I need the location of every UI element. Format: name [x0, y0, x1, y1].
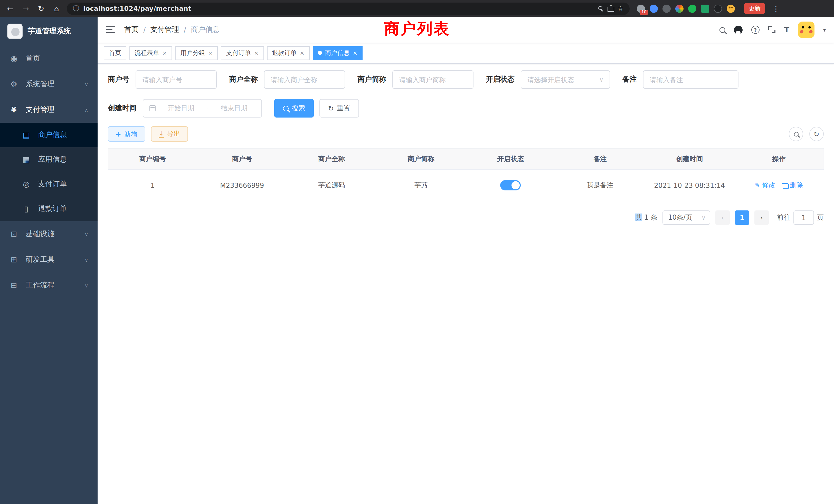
search-icon — [283, 106, 289, 111]
goto-prefix: 前往 — [777, 213, 790, 222]
export-button[interactable]: ↓ 导出 — [151, 126, 188, 142]
remark-input[interactable] — [643, 70, 739, 89]
refresh-table-button[interactable]: ↻ — [809, 127, 824, 141]
breadcrumb-payment[interactable]: 支付管理 — [150, 25, 179, 35]
refresh-icon: ↻ — [328, 105, 334, 112]
cell-merchant-no: M233666999 — [197, 170, 287, 201]
github-icon[interactable] — [733, 25, 742, 34]
password-key-icon[interactable] — [598, 6, 604, 11]
column-header: 备注 — [555, 149, 645, 169]
breadcrumb-home[interactable]: 首页 — [124, 25, 139, 35]
cell-create-time: 2021-10-23 08:31:14 — [645, 170, 734, 201]
delete-label: 删除 — [790, 181, 803, 190]
search-button[interactable]: 搜索 — [274, 99, 314, 117]
remark-field[interactable] — [650, 76, 732, 84]
next-page-button[interactable]: › — [754, 210, 769, 225]
search-button-label: 搜索 — [292, 104, 305, 113]
tab-pay-order[interactable]: 支付订单× — [221, 46, 264, 60]
browser-forward-icon[interactable]: → — [21, 4, 31, 13]
sidebar-item-devtools[interactable]: ⊞ 研发工具 ∨ — [0, 247, 97, 273]
sidebar-item-workflow[interactable]: ⊟ 工作流程 ∨ — [0, 273, 97, 298]
extension-icon[interactable]: 10 — [637, 4, 645, 13]
full-name-field[interactable] — [271, 76, 338, 84]
full-name-input[interactable] — [264, 70, 345, 89]
browser-home-icon[interactable]: ⌂ — [51, 4, 62, 13]
toggle-search-button[interactable] — [789, 127, 803, 141]
date-range-picker[interactable]: 开始日期 - 结束日期 — [143, 99, 262, 117]
edit-icon: ✎ — [755, 182, 760, 189]
goto-page-input[interactable] — [793, 210, 814, 225]
end-date-placeholder[interactable]: 结束日期 — [213, 104, 255, 113]
update-button[interactable]: 更新 — [744, 3, 765, 14]
column-header: 创建时间 — [645, 149, 734, 169]
extension-icon[interactable] — [701, 4, 709, 13]
extension-avatar-icon[interactable] — [727, 4, 735, 13]
page-number-1[interactable]: 1 — [735, 210, 749, 225]
reset-button[interactable]: ↻ 重置 — [320, 99, 359, 117]
url-text[interactable]: localhost:1024/pay/merchant — [83, 5, 594, 12]
start-date-placeholder[interactable]: 开始日期 — [160, 104, 202, 113]
sidebar-item-pay-order[interactable]: ◎ 支付订单 — [0, 172, 97, 197]
sidebar-item-refund-order[interactable]: ▯ 退款订单 — [0, 197, 97, 221]
help-icon[interactable]: ? — [751, 26, 759, 34]
tab-home[interactable]: 首页 — [104, 46, 126, 60]
extension-icon[interactable] — [714, 4, 722, 13]
tab-merchant-info[interactable]: 商户信息× — [313, 46, 363, 60]
app-logo[interactable]: 芋道管理系统 — [0, 17, 97, 46]
sidebar-item-label: 应用信息 — [38, 155, 67, 164]
edit-link[interactable]: ✎ 修改 — [755, 181, 775, 190]
close-icon[interactable]: × — [162, 49, 167, 56]
extension-icon[interactable] — [675, 4, 683, 13]
address-bar[interactable]: ⓘ localhost:1024/pay/merchant ☆ — [67, 2, 630, 15]
table-row: 1 M233666999 芋道源码 芋艿 我是备注 2021-10-23 08:… — [108, 169, 824, 201]
avatar-caret-icon[interactable]: ▾ — [823, 27, 826, 32]
calendar-icon — [150, 105, 156, 111]
short-name-field[interactable] — [399, 76, 467, 84]
breadcrumb-current: 商户信息 — [191, 25, 220, 35]
sidebar-item-home[interactable]: ◉ 首页 — [0, 46, 97, 71]
sidebar-item-label: 支付订单 — [38, 180, 67, 189]
user-avatar[interactable] — [798, 22, 814, 38]
tab-label: 用户分组 — [180, 48, 205, 57]
page-size-select[interactable]: 10条/页 ∨ — [662, 210, 710, 225]
add-button[interactable]: + 新增 — [108, 126, 145, 142]
font-size-icon[interactable]: T — [784, 26, 789, 33]
download-icon: ↓ — [159, 130, 164, 138]
tab-user-group[interactable]: 用户分组× — [175, 46, 218, 60]
browser-back-icon[interactable]: ← — [5, 4, 16, 13]
status-toggle[interactable] — [500, 180, 521, 190]
status-select[interactable]: ∨ — [521, 70, 610, 89]
cell-merchant-id: 1 — [108, 170, 197, 201]
bookmark-star-icon[interactable]: ☆ — [617, 5, 623, 12]
sidebar-item-payment[interactable]: ¥ 支付管理 ∧ — [0, 97, 97, 123]
sidebar-item-app-info[interactable]: ▦ 应用信息 — [0, 147, 97, 172]
extension-icon[interactable] — [650, 4, 658, 13]
hamburger-icon[interactable] — [106, 26, 115, 33]
close-icon[interactable]: × — [300, 49, 304, 56]
extension-icon[interactable] — [688, 4, 696, 13]
merchant-no-field[interactable] — [142, 76, 210, 84]
tab-refund-order[interactable]: 退款订单× — [267, 46, 309, 60]
goto-suffix: 页 — [817, 213, 824, 222]
browser-menu-icon[interactable]: ⋮ — [772, 4, 780, 13]
close-icon[interactable]: × — [353, 49, 357, 56]
close-icon[interactable]: × — [208, 49, 213, 56]
close-icon[interactable]: × — [254, 49, 259, 56]
status-field[interactable] — [527, 76, 595, 84]
merchant-no-input[interactable] — [136, 70, 217, 89]
tab-process-form[interactable]: 流程表单× — [129, 46, 172, 60]
sidebar-item-infrastructure[interactable]: ⊡ 基础设施 ∨ — [0, 221, 97, 247]
prev-page-button[interactable]: ‹ — [716, 210, 730, 225]
extension-icon[interactable] — [662, 4, 671, 13]
site-info-icon[interactable]: ⓘ — [73, 4, 79, 13]
fullscreen-icon[interactable] — [768, 26, 775, 33]
tab-label: 首页 — [109, 48, 121, 57]
short-name-input[interactable] — [392, 70, 474, 89]
share-icon[interactable] — [608, 5, 613, 12]
delete-link[interactable]: 删除 — [783, 181, 803, 190]
chevron-down-icon: ∨ — [702, 214, 706, 221]
search-icon[interactable] — [719, 27, 725, 32]
sidebar-item-system[interactable]: ⚙ 系统管理 ∨ — [0, 71, 97, 97]
browser-reload-icon[interactable]: ↻ — [36, 4, 46, 13]
sidebar-item-merchant-info[interactable]: ▤ 商户信息 — [0, 123, 97, 147]
